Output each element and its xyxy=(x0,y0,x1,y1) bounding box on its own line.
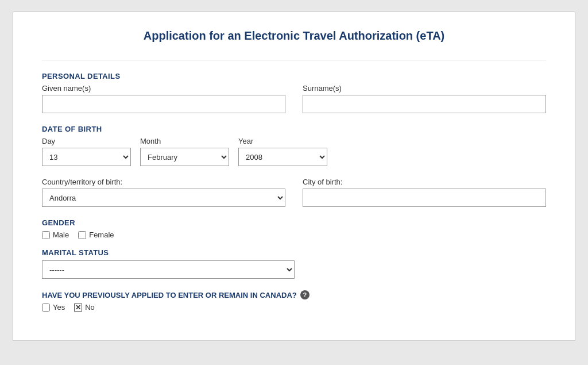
day-select[interactable]: 13 123 456 789 101112 141516 171819 2021… xyxy=(42,148,131,166)
female-checkbox[interactable] xyxy=(78,231,86,239)
canada-no-option[interactable]: ✕ No xyxy=(74,303,95,312)
given-names-col: Given name(s) xyxy=(42,84,285,113)
country-select[interactable]: Andorra Afghanistan Albania Algeria Cana… xyxy=(42,189,285,207)
canada-question-row: HAVE YOU PREVIOUSLY APPLIED TO ENTER OR … xyxy=(42,290,546,299)
help-icon[interactable]: ? xyxy=(300,290,310,299)
marital-select-wrap: ------ Single Married Common-law Divorce… xyxy=(42,260,295,279)
gender-header: GENDER xyxy=(42,218,546,227)
year-label: Year xyxy=(238,137,327,145)
country-label: Country/territory of birth: xyxy=(42,178,285,186)
male-checkbox[interactable] xyxy=(42,231,50,239)
gender-checkbox-row: Male Female xyxy=(42,230,546,239)
personal-details-header: PERSONAL DETAILS xyxy=(42,72,546,80)
form-card: Application for an Electronic Travel Aut… xyxy=(13,11,575,341)
city-col: City of birth: xyxy=(303,178,546,207)
name-row: Given name(s) Surname(s) xyxy=(42,84,546,113)
dob-header: DATE OF BIRTH xyxy=(42,125,546,133)
day-label: Day xyxy=(42,137,131,145)
city-input[interactable] xyxy=(303,189,546,207)
city-label: City of birth: xyxy=(303,178,546,186)
male-label: Male xyxy=(53,230,69,239)
year-select[interactable]: 2008 2007 2006 2005 2004 2003 2002 2001 … xyxy=(238,148,327,166)
day-col: Day 13 123 456 789 101112 141516 171819 … xyxy=(42,137,131,166)
given-names-label: Given name(s) xyxy=(42,84,285,93)
personal-details-section: PERSONAL DETAILS Given name(s) Surname(s… xyxy=(42,72,546,113)
female-option[interactable]: Female xyxy=(78,230,114,239)
canada-yes-checkbox[interactable] xyxy=(42,303,50,312)
country-col: Country/territory of birth: Andorra Afgh… xyxy=(42,178,285,207)
gender-section: GENDER Male Female xyxy=(42,218,546,239)
year-col: Year 2008 2007 2006 2005 2004 2003 2002 … xyxy=(238,137,327,166)
canada-yes-label: Yes xyxy=(53,303,65,312)
top-divider xyxy=(42,60,546,60)
marital-status-select[interactable]: ------ Single Married Common-law Divorce… xyxy=(42,260,295,279)
given-names-input[interactable] xyxy=(42,95,285,113)
marital-status-section: MARITAL STATUS ------ Single Married Com… xyxy=(42,248,546,279)
birth-location-section: Country/territory of birth: Andorra Afgh… xyxy=(42,178,546,207)
page-title: Application for an Electronic Travel Aut… xyxy=(42,29,546,43)
canada-question-section: HAVE YOU PREVIOUSLY APPLIED TO ENTER OR … xyxy=(42,290,546,312)
surname-col: Surname(s) xyxy=(303,84,546,113)
month-label: Month xyxy=(140,137,229,145)
canada-no-checkbox-x[interactable]: ✕ xyxy=(74,303,82,312)
month-select[interactable]: January February March April May June Ju… xyxy=(140,148,229,166)
canada-yes-option[interactable]: Yes xyxy=(42,303,65,312)
dob-section: DATE OF BIRTH Day 13 123 456 789 101112 … xyxy=(42,125,546,166)
canada-no-label: No xyxy=(85,303,95,312)
female-label: Female xyxy=(89,230,114,239)
canada-checkbox-row: Yes ✕ No xyxy=(42,303,546,312)
surname-label: Surname(s) xyxy=(303,84,546,93)
marital-status-header: MARITAL STATUS xyxy=(42,248,546,257)
month-col: Month January February March April May J… xyxy=(140,137,229,166)
surname-input[interactable] xyxy=(303,95,546,113)
dob-row: Day 13 123 456 789 101112 141516 171819 … xyxy=(42,137,546,166)
male-option[interactable]: Male xyxy=(42,230,69,239)
canada-question-text: HAVE YOU PREVIOUSLY APPLIED TO ENTER OR … xyxy=(42,291,297,299)
